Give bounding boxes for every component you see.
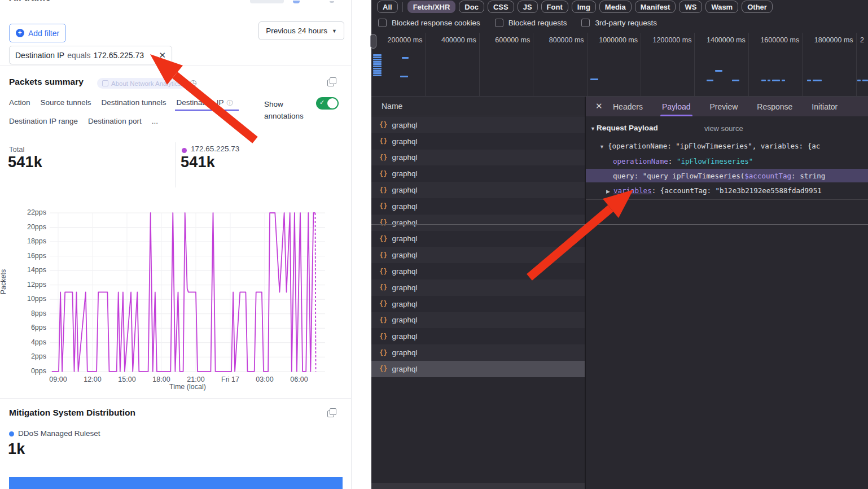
network-request-row[interactable]: {}graphql bbox=[371, 133, 585, 150]
filter-chip[interactable]: Destination IP equals 172.65.225.73 ✕ bbox=[9, 46, 172, 64]
json-braces-icon: {} bbox=[379, 333, 387, 340]
filter-pill-manifest[interactable]: Manifest bbox=[635, 1, 676, 13]
network-request-row[interactable]: {}graphql bbox=[371, 361, 585, 377]
network-overview-timeline[interactable]: 200000 ms400000 ms600000 ms800000 ms1000… bbox=[371, 33, 868, 97]
y-tick-label: 2pps bbox=[20, 352, 46, 360]
payload-preview-line[interactable]: ▼{operationName: "ipFlowTimeseries", var… bbox=[599, 141, 868, 151]
about-network-analytics-badge[interactable]: About Network Analytics bbox=[97, 78, 186, 89]
checkbox-blocked-response-cookies[interactable]: Blocked response cookies bbox=[378, 19, 480, 27]
y-tick-label: 16pps bbox=[20, 252, 46, 260]
filter-pill-other[interactable]: Other bbox=[742, 1, 773, 13]
filter-pill-css[interactable]: CSS bbox=[488, 1, 514, 13]
filter-pill-doc[interactable]: Doc bbox=[459, 1, 484, 13]
request-payload-section-header[interactable]: ▼Request Payload bbox=[590, 124, 658, 132]
divider bbox=[371, 224, 868, 225]
mitigation-legend-label: DDoS Managed Ruleset bbox=[18, 429, 100, 438]
network-request-row[interactable]: {}graphql bbox=[371, 215, 585, 231]
request-details-pane: HeadersPayloadPreviewResponseInitiator ✕… bbox=[586, 97, 868, 489]
filter-pill-wasm[interactable]: Wasm bbox=[705, 1, 738, 13]
json-braces-icon: {} bbox=[379, 300, 387, 308]
request-name: graphql bbox=[392, 121, 417, 129]
tab-destination-tunnels[interactable]: Destination tunnels bbox=[102, 98, 166, 107]
network-request-row[interactable]: {}graphql bbox=[371, 312, 585, 329]
tab-action[interactable]: Action bbox=[9, 98, 30, 107]
network-request-row[interactable]: {}graphql bbox=[371, 280, 585, 296]
json-braces-icon: {} bbox=[379, 268, 387, 276]
add-filter-button[interactable]: + Add filter bbox=[9, 24, 66, 42]
payload-variables-row[interactable]: ▶variables: {accountTag: "b12e3b2192ee55… bbox=[606, 185, 868, 195]
json-braces-icon: {} bbox=[379, 251, 387, 259]
view-source-link[interactable]: view source bbox=[704, 124, 743, 133]
network-request-row[interactable]: {}graphql bbox=[371, 344, 585, 361]
checkbox-box bbox=[378, 19, 387, 27]
details-tab-payload[interactable]: Payload bbox=[662, 97, 691, 116]
ruler-tick-label: 1200000 ms bbox=[641, 36, 691, 44]
payload-query-row[interactable]: query: "query ipFlowTimeseries($accountT… bbox=[613, 171, 868, 181]
filter-pill-media[interactable]: Media bbox=[599, 1, 632, 13]
table-footer-strip bbox=[371, 483, 585, 489]
total-value: 541k bbox=[8, 154, 42, 171]
network-request-row[interactable]: {}graphql bbox=[371, 165, 585, 182]
network-request-row[interactable]: {}graphql bbox=[371, 247, 585, 263]
request-name: graphql bbox=[392, 316, 417, 324]
waterfall-bar bbox=[373, 68, 382, 69]
close-icon[interactable]: ✕ bbox=[595, 101, 603, 111]
ruler-tick-label: 400000 ms bbox=[426, 36, 476, 44]
triangle-down-icon: ▼ bbox=[599, 144, 604, 150]
details-tab-response[interactable]: Response bbox=[757, 97, 792, 116]
tab--[interactable]: ... bbox=[152, 117, 158, 125]
tab-label: Destination IP bbox=[176, 98, 223, 107]
dimension-tabs-row-2: Destination IP rangeDestination port... bbox=[9, 117, 158, 125]
name-column-header[interactable]: Name bbox=[371, 97, 585, 116]
series-value: 541k bbox=[181, 154, 215, 171]
network-request-row[interactable]: {}graphql bbox=[371, 263, 585, 280]
filter-pill-all[interactable]: All bbox=[377, 1, 398, 13]
ruler-tick-label: 1400000 ms bbox=[695, 36, 746, 44]
waterfall-bar bbox=[732, 80, 739, 81]
y-tick-label: 6pps bbox=[20, 324, 46, 331]
tab-destination-port[interactable]: Destination port bbox=[88, 117, 142, 125]
network-request-row[interactable]: {}graphql bbox=[371, 296, 585, 312]
ruler-tick-label: 1000000 ms bbox=[587, 36, 638, 44]
filter-pill-js[interactable]: JS bbox=[518, 1, 538, 13]
details-tab-preview[interactable]: Preview bbox=[710, 97, 738, 116]
y-axis-label: Packets bbox=[0, 269, 7, 294]
network-request-row[interactable]: {}graphql bbox=[371, 182, 585, 198]
ruler-tick-label: 2 bbox=[860, 36, 867, 44]
tab-source-tunnels[interactable]: Source tunnels bbox=[41, 98, 91, 107]
triangle-right-icon: ▶ bbox=[606, 189, 610, 194]
filter-pill-font[interactable]: Font bbox=[541, 1, 568, 13]
network-request-row[interactable]: {}graphql bbox=[371, 328, 585, 344]
checkbox-3rd-party-requests[interactable]: 3rd-party requests bbox=[581, 19, 657, 27]
request-name: graphql bbox=[392, 186, 417, 194]
details-tab-bar: HeadersPayloadPreviewResponseInitiator bbox=[586, 97, 868, 116]
network-request-row[interactable]: {}graphql bbox=[371, 150, 585, 166]
time-range-dropdown[interactable]: Previous 24 hours ▼ bbox=[258, 21, 344, 40]
tab-destination-ip[interactable]: Destination IPⓘ bbox=[176, 98, 233, 107]
popout-icon[interactable] bbox=[327, 77, 337, 87]
remove-filter-icon[interactable]: ✕ bbox=[159, 50, 166, 60]
details-tab-headers[interactable]: Headers bbox=[613, 97, 643, 116]
network-request-row[interactable]: {}graphql bbox=[371, 198, 585, 215]
filter-pill-fetch-xhr[interactable]: Fetch/XHR bbox=[407, 1, 456, 13]
filter-pill-img[interactable]: Img bbox=[572, 1, 596, 13]
tab-label: ... bbox=[152, 117, 158, 125]
filter-pill-ws[interactable]: WS bbox=[679, 1, 702, 13]
network-request-row[interactable]: {}graphql bbox=[371, 231, 585, 247]
mitigation-title: Mitigation System Distribution bbox=[9, 408, 135, 418]
details-tab-initiator[interactable]: Initiator bbox=[812, 97, 838, 116]
y-tick-label: 8pps bbox=[20, 309, 46, 317]
request-name: graphql bbox=[392, 300, 417, 308]
checkbox-blocked-requests[interactable]: Blocked requests bbox=[495, 19, 567, 27]
json-braces-icon: {} bbox=[379, 154, 387, 161]
popout-icon[interactable] bbox=[327, 408, 337, 418]
network-request-row[interactable]: {}graphql bbox=[371, 117, 585, 133]
payload-operation-name-row[interactable]: operationName: "ipFlowTimeseries" bbox=[613, 156, 868, 166]
history-clock-icon[interactable]: ◷ bbox=[190, 78, 196, 87]
checkbox-label: Blocked requests bbox=[508, 19, 567, 27]
request-rows: {}graphql{}graphql{}graphql{}graphql{}gr… bbox=[371, 117, 585, 377]
add-filter-label: Add filter bbox=[28, 29, 59, 38]
tab-destination-ip-range[interactable]: Destination IP range bbox=[9, 117, 78, 125]
show-annotations-toggle[interactable]: ✓ bbox=[316, 97, 339, 110]
request-name: graphql bbox=[392, 267, 417, 276]
